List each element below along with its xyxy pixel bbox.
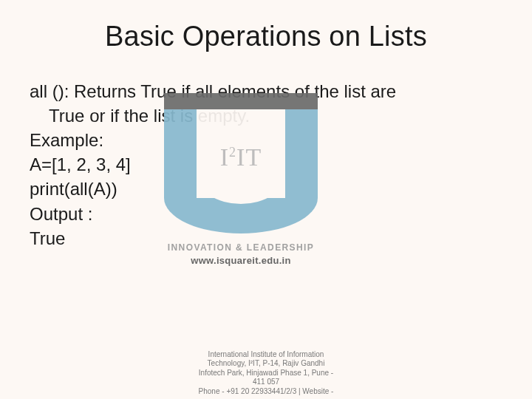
footer-line: Infotech Park, Hinjawadi Phase 1, Pune - [133,369,399,378]
body-line-output-value: True [30,226,502,250]
slide: I2IT INNOVATION & LEADERSHIP www.isquare… [0,0,532,399]
body-line-all-desc-1: all (): Returns True if all elements of … [30,79,502,103]
footer-line: International Institute of Information [133,350,399,360]
footer-line: 411 057 [133,378,399,387]
footer-line: Technology, I²IT, P-14, Rajiv Gandhi [133,359,399,369]
body-line-all-desc-2: True or if the list is empty. [30,103,502,128]
slide-body: all (): Returns True if all elements of … [30,79,502,250]
footer-address: International Institute of Information T… [0,350,532,397]
body-line-code-assign: A=[1, 2, 3, 4] [30,152,502,177]
body-line-example-label: Example: [30,128,502,152]
body-line-code-print: print(all(A)) [30,177,502,201]
page-title: Basic Operations on Lists [30,21,502,52]
tagline-url: www.isquareit.edu.in [145,255,337,266]
footer-line: Phone - +91 20 22933441/2/3 | Website - [133,387,399,397]
body-line-output-label: Output : [30,202,502,226]
